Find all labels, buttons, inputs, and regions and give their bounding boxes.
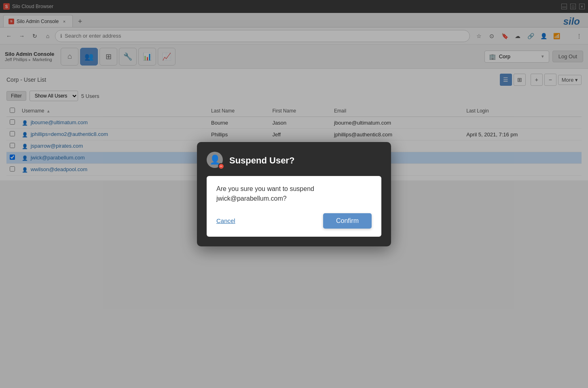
modal-header: 👤 − Suspend User? <box>207 152 381 170</box>
modal-actions: Cancel Confirm <box>216 213 372 229</box>
modal-message: Are you sure you want to suspend jwick@p… <box>216 184 372 204</box>
confirm-button[interactable]: Confirm <box>323 213 372 229</box>
modal-overlay: 👤 − Suspend User? Are you sure you want … <box>0 0 588 388</box>
modal-title: Suspend User? <box>229 155 294 166</box>
modal-body: Are you sure you want to suspend jwick@p… <box>207 176 381 237</box>
cancel-button[interactable]: Cancel <box>216 217 235 224</box>
suspend-user-dialog: 👤 − Suspend User? Are you sure you want … <box>197 142 391 246</box>
modal-badge-icon: − <box>218 163 224 170</box>
modal-icon-wrap: 👤 − <box>207 152 224 170</box>
